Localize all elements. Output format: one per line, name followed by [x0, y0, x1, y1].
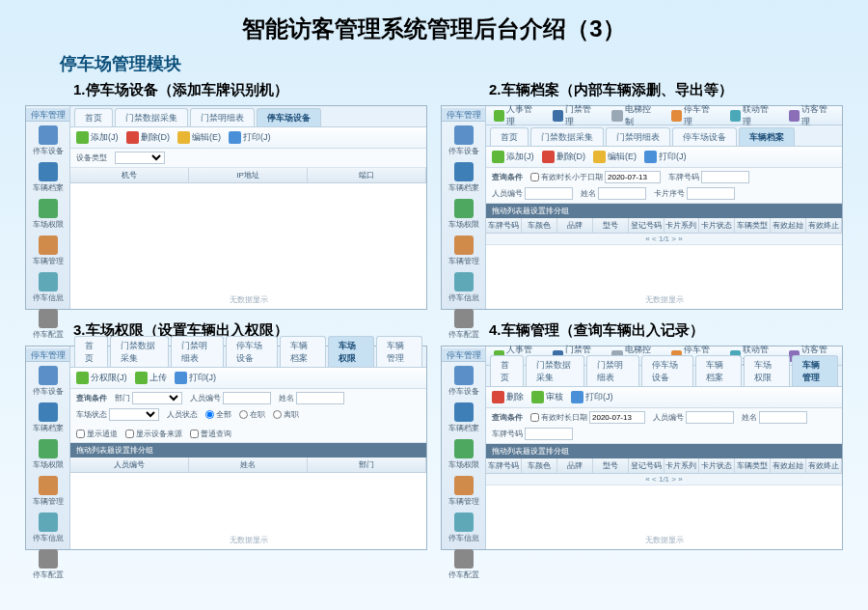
column-header[interactable]: 型号	[593, 458, 629, 473]
pager[interactable]: « < 1/1 > »	[486, 474, 842, 485]
filter-check-0[interactable]	[530, 173, 539, 181]
sidebar-item-5[interactable]: 停车配置	[26, 545, 69, 582]
tab-4[interactable]: 车辆档案	[695, 355, 742, 386]
radio-1[interactable]	[239, 410, 248, 419]
filter-input-2[interactable]	[525, 187, 573, 200]
tab-6[interactable]: 车辆管理	[792, 355, 838, 386]
column-header[interactable]: 姓名	[189, 458, 308, 472]
column-header[interactable]: 卡片状态	[699, 218, 735, 233]
tab-0[interactable]: 首页	[74, 108, 113, 126]
filter-check-0[interactable]	[530, 413, 539, 422]
sidebar-item-3[interactable]: 车辆管理	[26, 232, 69, 268]
tab-4[interactable]: 车辆档案	[280, 336, 326, 367]
filter-input-4[interactable]	[687, 187, 735, 200]
filter-input-0[interactable]	[589, 411, 645, 424]
toolbar-button-1[interactable]: 上传	[135, 372, 167, 384]
filter-field-1[interactable]	[223, 392, 271, 404]
column-header[interactable]: 有效起始日期	[771, 458, 806, 473]
column-header[interactable]: 登记号码	[629, 218, 665, 233]
column-header[interactable]: 卡片系列号	[665, 458, 700, 473]
toolbar-button-0[interactable]: 添加(J)	[76, 131, 119, 144]
tab-0[interactable]: 首页	[490, 355, 524, 386]
tab-3[interactable]: 停车场设备	[672, 127, 737, 146]
toolbar-button-1[interactable]: 删除(D)	[542, 151, 586, 163]
column-header[interactable]: 机号	[70, 168, 189, 182]
device-type-select[interactable]	[115, 152, 165, 164]
sidebar-item-1[interactable]: 车辆档案	[442, 158, 485, 195]
toolbar-button-0[interactable]: 添加(J)	[492, 151, 534, 163]
tab-5[interactable]: 车场权限	[328, 336, 374, 367]
sidebar-item-4[interactable]: 停车信息	[442, 509, 485, 545]
filter-input-1[interactable]	[686, 411, 734, 424]
filter-field-2[interactable]	[296, 392, 344, 404]
filter-input-3[interactable]	[525, 428, 573, 440]
column-header[interactable]: 车牌号码	[486, 218, 522, 233]
sidebar-item-2[interactable]: 车场权限	[442, 435, 485, 472]
toolbar-button-3[interactable]: 打印(J)	[644, 151, 687, 163]
tab-1[interactable]: 门禁数据采集	[110, 336, 169, 367]
filter-field-3[interactable]	[109, 408, 159, 421]
toolbar-button-2[interactable]: 编辑(E)	[593, 151, 637, 163]
column-header[interactable]: 人员编号	[70, 458, 189, 472]
filter-input-2[interactable]	[759, 411, 807, 424]
toolbar-button-0[interactable]: 删除	[492, 391, 524, 403]
toolbar-button-1[interactable]: 删除(D)	[126, 131, 171, 144]
tab-1[interactable]: 门禁数据采集	[115, 108, 188, 126]
tab-2[interactable]: 门禁明细表	[586, 355, 639, 386]
column-header[interactable]: 品牌	[557, 458, 593, 473]
column-header[interactable]: 车颜色	[522, 218, 557, 233]
sidebar-item-0[interactable]: 停车设备	[26, 122, 69, 158]
sidebar-item-0[interactable]: 停车设备	[442, 362, 485, 399]
radio-0[interactable]	[205, 410, 214, 419]
sidebar-item-2[interactable]: 车场权限	[26, 195, 69, 232]
column-header[interactable]: 有效终止日期	[806, 218, 842, 233]
tab-3[interactable]: 停车场设备	[641, 355, 694, 386]
sidebar-item-4[interactable]: 停车信息	[442, 268, 485, 305]
column-header[interactable]: 有效终止日期	[806, 458, 842, 473]
column-header[interactable]: 部门	[308, 458, 426, 472]
sidebar-item-4[interactable]: 停车信息	[26, 509, 69, 545]
filter-input-3[interactable]	[598, 187, 646, 200]
filter-input-1[interactable]	[701, 171, 749, 183]
column-header[interactable]: 卡片系列号	[665, 218, 700, 233]
filter-field-0[interactable]	[132, 392, 182, 404]
tab-3[interactable]: 停车场设备	[257, 108, 321, 126]
column-header[interactable]: IP地址	[189, 168, 308, 182]
tab-5[interactable]: 车场权限	[744, 355, 790, 386]
tab-6[interactable]: 车辆管理	[376, 336, 422, 367]
column-header[interactable]: 登记号码	[629, 458, 665, 473]
toolbar-button-2[interactable]: 打印(J)	[571, 391, 613, 403]
column-header[interactable]: 卡片状态	[699, 458, 735, 473]
sidebar-item-1[interactable]: 车辆档案	[26, 158, 69, 195]
radio-2[interactable]	[273, 410, 282, 419]
column-header[interactable]: 车辆类型	[735, 458, 771, 473]
tab-1[interactable]: 门禁数据采集	[530, 127, 604, 146]
sidebar-item-3[interactable]: 车辆管理	[442, 472, 485, 509]
toolbar-button-0[interactable]: 分权限(J)	[76, 372, 127, 384]
check-0[interactable]	[76, 430, 85, 438]
tab-1[interactable]: 门禁数据采集	[526, 355, 584, 386]
tab-0[interactable]: 首页	[490, 127, 529, 146]
check-1[interactable]	[125, 430, 134, 438]
column-header[interactable]: 车辆类型	[735, 218, 771, 233]
toolbar-button-2[interactable]: 编辑(E)	[177, 131, 221, 144]
sidebar-item-5[interactable]: 停车配置	[442, 545, 485, 582]
sidebar-item-0[interactable]: 停车设备	[26, 362, 69, 399]
check-2[interactable]	[190, 430, 199, 438]
toolbar-button-2[interactable]: 打印(J)	[175, 372, 217, 384]
sidebar-item-3[interactable]: 车辆管理	[442, 232, 485, 268]
column-header[interactable]: 型号	[593, 218, 629, 233]
tab-3[interactable]: 停车场设备	[226, 336, 279, 367]
toolbar-button-3[interactable]: 打印(J)	[229, 131, 271, 144]
column-header[interactable]: 车牌号码	[486, 458, 522, 473]
sidebar-item-0[interactable]: 停车设备	[442, 122, 485, 158]
column-header[interactable]: 车颜色	[522, 458, 557, 473]
sidebar-item-3[interactable]: 车辆管理	[26, 472, 69, 509]
pager[interactable]: « < 1/1 > »	[486, 234, 842, 245]
tab-2[interactable]: 门禁明细表	[606, 127, 670, 146]
sidebar-item-1[interactable]: 车辆档案	[442, 399, 485, 435]
sidebar-item-1[interactable]: 车辆档案	[26, 399, 69, 435]
toolbar-button-1[interactable]: 审核	[531, 391, 563, 403]
tab-0[interactable]: 首页	[74, 336, 108, 367]
column-header[interactable]: 品牌	[557, 218, 593, 233]
